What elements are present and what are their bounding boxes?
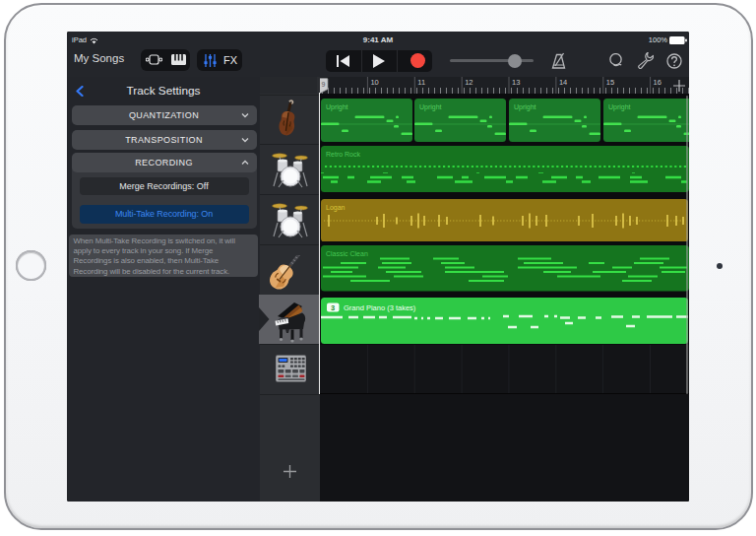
svg-text:Retro Rock: Retro Rock (326, 151, 361, 158)
svg-text:11: 11 (417, 78, 425, 87)
svg-text:3: 3 (331, 302, 335, 311)
svg-text:10: 10 (370, 78, 378, 87)
svg-text:9: 9 (322, 81, 326, 88)
svg-text:Logan: Logan (326, 204, 346, 212)
svg-text:12: 12 (465, 78, 472, 87)
svg-text:13: 13 (512, 78, 520, 87)
svg-text:14: 14 (559, 78, 567, 87)
svg-text:15: 15 (606, 78, 614, 87)
svg-text:Grand Piano (3 takes): Grand Piano (3 takes) (344, 302, 416, 311)
svg-text:Classic Clean: Classic Clean (326, 250, 368, 257)
svg-text:16: 16 (654, 78, 662, 87)
